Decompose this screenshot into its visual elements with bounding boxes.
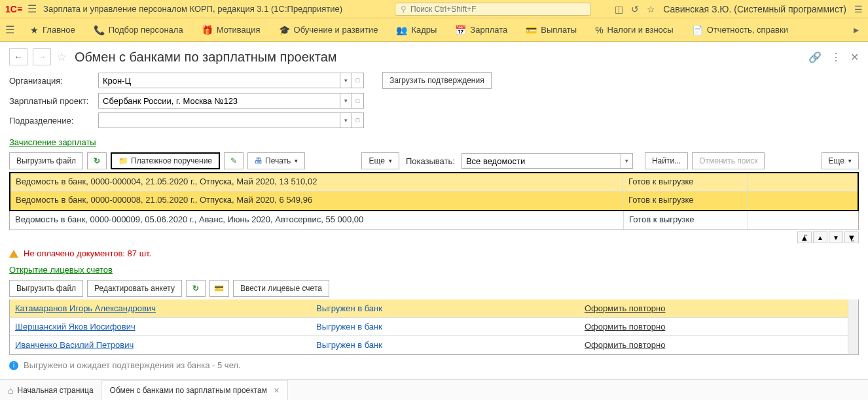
gift-icon: 🎁 xyxy=(202,25,213,35)
payment-order-button[interactable]: 📁Платежное поручение xyxy=(111,152,220,169)
table-row[interactable]: Ведомость в банк, 0000-000009, 05.06.202… xyxy=(10,211,858,230)
dropdown-icon[interactable]: ▾ xyxy=(621,153,633,169)
open-accounts-link[interactable]: Открытие лицевых счетов xyxy=(9,265,113,275)
info-text: Выгружено и ожидает подтверждения из бан… xyxy=(24,360,241,370)
find-button[interactable]: Найти... xyxy=(645,152,688,169)
favorite-toggle-icon[interactable]: ☆ xyxy=(56,50,67,64)
dept-input[interactable] xyxy=(98,112,340,128)
dept-combo[interactable]: ▾ □ xyxy=(98,112,364,128)
person-status: Выгружен в банк xyxy=(316,340,382,350)
printer-icon: 🖶 xyxy=(255,156,262,165)
open-icon[interactable]: □ xyxy=(352,73,364,88)
tab-current[interactable]: Обмен с банками по зарплатным проектам ✕ xyxy=(102,380,288,400)
nav-payments[interactable]: 💳Выплаты xyxy=(516,18,586,41)
statement-desc: Ведомость в банк, 0000-000008, 21.05.202… xyxy=(10,192,623,210)
person-link[interactable]: Катамаранов Игорь Александрович xyxy=(15,303,156,313)
doc-icon: 📄 xyxy=(692,25,703,35)
folder-icon: 📁 xyxy=(118,156,128,165)
tab-home[interactable]: ⌂ Начальная страница xyxy=(0,380,102,400)
nav-training[interactable]: 🎓Обучение и развитие xyxy=(270,18,388,41)
bottom-tabs: ⌂ Начальная страница Обмен с банками по … xyxy=(0,379,868,400)
chevron-down-icon: ▾ xyxy=(295,158,298,164)
print-button[interactable]: 🖶Печать▾ xyxy=(247,152,305,169)
percent-icon: % xyxy=(595,25,603,35)
show-combo[interactable]: ▾ xyxy=(461,153,633,169)
nav-main[interactable]: ★Главное xyxy=(21,18,84,41)
reissue-link[interactable]: Оформить повторно xyxy=(585,340,665,350)
refresh-button[interactable]: ↻ xyxy=(87,152,107,169)
edit-button[interactable]: ✎ xyxy=(224,152,244,169)
scrollbar[interactable] xyxy=(848,299,858,354)
page-down-button[interactable]: ▼ xyxy=(829,231,843,243)
global-search[interactable]: ⚲ xyxy=(395,3,591,16)
table-row[interactable]: Ведомость в банк, 0000-000008, 21.05.202… xyxy=(10,192,858,210)
open-icon[interactable]: □ xyxy=(352,93,364,109)
more-button-1[interactable]: Еще▾ xyxy=(361,152,399,169)
settings-icon[interactable]: ☰ xyxy=(854,4,863,14)
table-row[interactable]: Катамаранов Игорь Александрович Выгружен… xyxy=(10,299,858,318)
project-label: Зарплатный проект: xyxy=(9,96,93,106)
reissue-link[interactable]: Оформить повторно xyxy=(585,322,665,332)
reissue-link[interactable]: Оформить повторно xyxy=(585,303,665,313)
back-button[interactable]: ← xyxy=(9,48,27,65)
nav-label: Выплаты xyxy=(541,25,577,35)
statements-table-rest: Ведомость в банк, 0000-000009, 05.06.202… xyxy=(9,211,859,230)
dropdown-icon[interactable]: ▾ xyxy=(340,112,352,128)
btn-label: Еще xyxy=(829,156,844,165)
page-up-button[interactable]: ▲ xyxy=(813,231,827,243)
table-row[interactable]: Шершанский Яков Иосифович Выгружен в бан… xyxy=(10,318,858,336)
nav-reports[interactable]: 📄Отчетность, справки xyxy=(683,18,797,41)
project-combo[interactable]: ▾ □ xyxy=(98,93,364,109)
card-button[interactable]: 💳 xyxy=(209,280,229,297)
nav-taxes[interactable]: %Налоги и взносы xyxy=(586,18,683,41)
person-link[interactable]: Шершанский Яков Иосифович xyxy=(15,322,136,332)
statements-table-selected: Ведомость в банк, 0000-000004, 21.05.202… xyxy=(9,172,859,211)
calendar-icon: 📅 xyxy=(455,25,466,35)
edit-questionnaire-button[interactable]: Редактировать анкету xyxy=(87,280,182,297)
table-row[interactable]: Иванченко Василий Петрович Выгружен в ба… xyxy=(10,336,858,354)
refresh-button-2[interactable]: ↻ xyxy=(186,280,206,297)
star-icon[interactable]: ☆ xyxy=(647,4,655,14)
sections-icon[interactable]: ☰ xyxy=(5,24,14,36)
org-input[interactable] xyxy=(98,73,340,88)
org-combo[interactable]: ▾ □ xyxy=(98,73,364,88)
link-icon[interactable]: 🔗 xyxy=(808,51,822,63)
tab-close-icon[interactable]: ✕ xyxy=(274,386,280,395)
more-button-2[interactable]: Еще▾ xyxy=(822,152,859,169)
forward-button[interactable]: → xyxy=(33,48,51,65)
accounts-table: Катамаранов Игорь Александрович Выгружен… xyxy=(9,299,859,355)
show-input[interactable] xyxy=(461,153,621,169)
kebab-icon[interactable]: ⋮ xyxy=(831,51,841,63)
menu-icon[interactable]: ☰ xyxy=(27,3,37,15)
open-icon[interactable]: □ xyxy=(352,112,364,128)
search-input[interactable] xyxy=(409,4,585,14)
salary-transfer-link[interactable]: Зачисление зарплаты xyxy=(9,137,96,147)
person-status: Выгружен в банк xyxy=(316,303,382,313)
dropdown-icon[interactable]: ▾ xyxy=(340,73,352,88)
headset-icon: 📞 xyxy=(94,25,105,35)
project-input[interactable] xyxy=(98,93,340,109)
nav-overflow-icon[interactable]: ▸ xyxy=(850,24,863,36)
history-icon[interactable]: ↺ xyxy=(631,4,639,14)
table-row[interactable]: Ведомость в банк, 0000-000004, 21.05.202… xyxy=(10,173,858,192)
main-nav: ☰ ★Главное 📞Подбор персонала 🎁Мотивация … xyxy=(0,18,868,42)
dropdown-icon[interactable]: ▾ xyxy=(340,93,352,109)
nav-salary[interactable]: 📅Зарплата xyxy=(446,18,516,41)
nav-recruit[interactable]: 📞Подбор персонала xyxy=(84,18,192,41)
user-name[interactable]: Савинская З.Ю. (Системный программист) xyxy=(663,4,846,14)
close-icon[interactable]: ✕ xyxy=(850,51,859,63)
statement-extra xyxy=(748,211,858,230)
enter-accounts-button[interactable]: Ввести лицевые счета xyxy=(233,280,329,297)
person-link[interactable]: Иванченко Василий Петрович xyxy=(15,340,134,350)
nav-motivation[interactable]: 🎁Мотивация xyxy=(192,18,270,41)
nav-label: Зарплата xyxy=(470,25,507,35)
page-last-button[interactable]: ▼̲ xyxy=(844,231,859,243)
load-confirmations-button[interactable]: Загрузить подтверждения xyxy=(382,72,492,89)
pencil-icon: ✎ xyxy=(230,156,237,165)
nav-staff[interactable]: 👥Кадры xyxy=(387,18,446,41)
page-first-button[interactable]: ▲̅ xyxy=(797,231,812,243)
bell-icon[interactable]: ◫ xyxy=(615,4,623,14)
app-title: Зарплата и управление персоналом КОРП, р… xyxy=(43,4,342,14)
export-file-button[interactable]: Выгрузить файл xyxy=(9,152,83,169)
export-file-button-2[interactable]: Выгрузить файл xyxy=(9,280,83,297)
